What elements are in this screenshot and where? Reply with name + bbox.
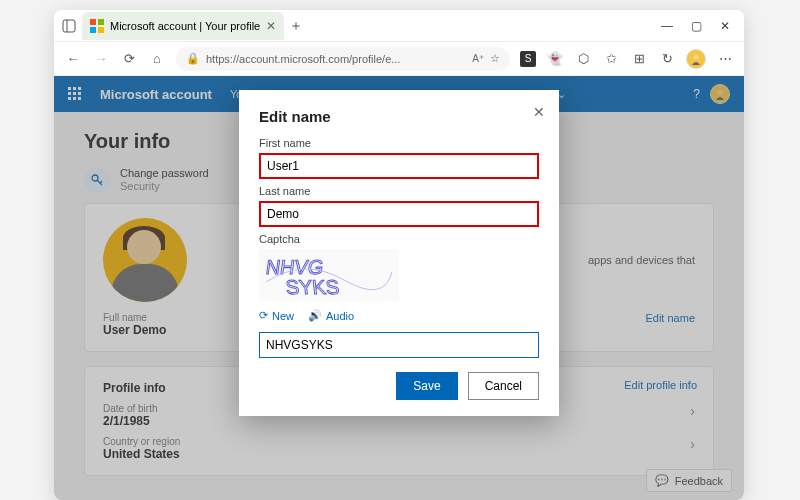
collections-icon[interactable]: ⊞ <box>630 50 648 68</box>
last-name-input[interactable] <box>259 201 539 227</box>
titlebar: Microsoft account | Your profile ✕ ＋ — ▢… <box>54 10 744 42</box>
audio-icon: 🔊 <box>308 309 322 322</box>
edit-name-modal: ✕ Edit name First name Last name Captcha… <box>239 90 559 416</box>
refresh-icon: ⟳ <box>259 309 268 322</box>
browser-window: Microsoft account | Your profile ✕ ＋ — ▢… <box>54 10 744 500</box>
cancel-button[interactable]: Cancel <box>468 372 539 400</box>
modal-title: Edit name <box>259 108 539 125</box>
ms-favicon-icon <box>90 19 104 33</box>
tab-title: Microsoft account | Your profile <box>110 20 260 32</box>
captcha-input[interactable] <box>259 332 539 358</box>
svg-point-6 <box>694 54 699 59</box>
browser-tab[interactable]: Microsoft account | Your profile ✕ <box>82 12 284 40</box>
favorites-icon[interactable]: ✩ <box>602 50 620 68</box>
extensions-icon[interactable]: ⬡ <box>574 50 592 68</box>
last-name-label: Last name <box>259 185 539 197</box>
refresh-icon[interactable]: ⟳ <box>120 50 138 68</box>
tab-close-icon[interactable]: ✕ <box>266 19 276 33</box>
ext-ghost-icon[interactable]: 👻 <box>546 50 564 68</box>
captcha-image: NHVG SYKS <box>259 249 399 301</box>
side-panel-icon[interactable] <box>62 19 76 33</box>
modal-close-icon[interactable]: ✕ <box>533 104 545 120</box>
window-close-icon[interactable]: ✕ <box>720 19 730 33</box>
new-tab-button[interactable]: ＋ <box>284 17 308 35</box>
ext-s-icon[interactable]: S <box>520 51 536 67</box>
sync-icon[interactable]: ↻ <box>658 50 676 68</box>
captcha-new-button[interactable]: ⟳New <box>259 309 294 322</box>
svg-rect-5 <box>98 27 104 33</box>
browser-profile-avatar[interactable] <box>686 49 706 69</box>
captcha-label: Captcha <box>259 233 539 245</box>
window-maximize-icon[interactable]: ▢ <box>691 19 702 33</box>
address-bar[interactable]: 🔒 https://account.microsoft.com/profile/… <box>176 47 510 71</box>
url-text: https://account.microsoft.com/profile/e.… <box>206 53 400 65</box>
favorite-icon[interactable]: ☆ <box>490 52 500 65</box>
reader-icon[interactable]: A⁺ <box>472 53 484 64</box>
first-name-label: First name <box>259 137 539 149</box>
svg-text:SYKS: SYKS <box>285 276 341 298</box>
save-button[interactable]: Save <box>396 372 457 400</box>
forward-icon[interactable]: → <box>92 50 110 68</box>
svg-rect-0 <box>63 20 75 32</box>
more-icon[interactable]: ⋯ <box>716 50 734 68</box>
lock-icon: 🔒 <box>186 52 200 65</box>
browser-toolbar: ← → ⟳ ⌂ 🔒 https://account.microsoft.com/… <box>54 42 744 76</box>
window-minimize-icon[interactable]: — <box>661 19 673 33</box>
page-content: Microsoft account Your info Privacy Secu… <box>54 76 744 500</box>
svg-rect-3 <box>98 19 104 25</box>
svg-rect-2 <box>90 19 96 25</box>
svg-text:NHVG: NHVG <box>264 256 325 278</box>
svg-rect-4 <box>90 27 96 33</box>
captcha-audio-button[interactable]: 🔊Audio <box>308 309 354 322</box>
home-icon[interactable]: ⌂ <box>148 50 166 68</box>
back-icon[interactable]: ← <box>64 50 82 68</box>
first-name-input[interactable] <box>259 153 539 179</box>
